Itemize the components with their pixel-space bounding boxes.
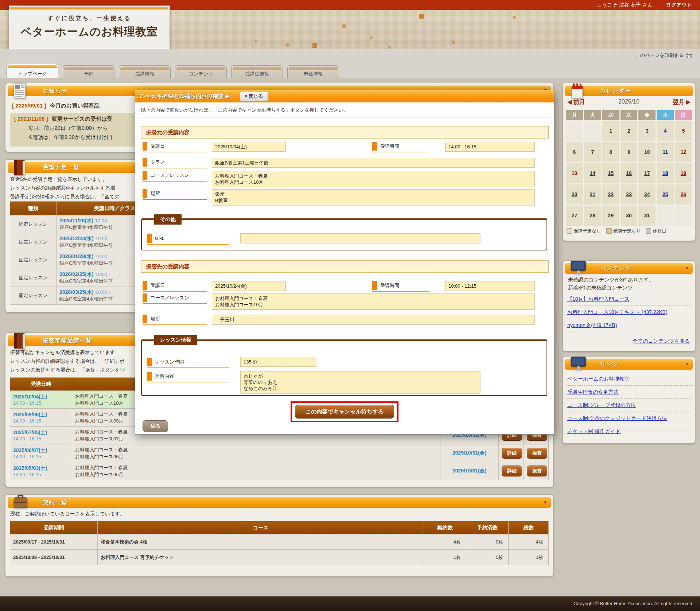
page: ようこそ 渋谷 花子 さん ログアウト すぐに役立ち、一生使える ベターホームの… (0, 0, 700, 611)
print-page-link[interactable]: このページを印刷する (635, 52, 692, 59)
modal-title-bar: ◇◆ キャンセル待ち内容の確認 ◆◇ このページを印刷する × 閉じる (135, 90, 554, 102)
external-link[interactable]: ベターホームのお料理教室 (567, 376, 629, 382)
calendar-day-empty (584, 121, 601, 141)
announcement-link[interactable]: 変更サービスの受付は受 (52, 116, 113, 122)
transfer-cell: 振替 (524, 444, 549, 462)
table-row: 2025/10/08 - 2025/10/31お料理入門コース 再予約チケット1… (10, 550, 549, 565)
calendar-day-20[interactable]: 20 (566, 184, 583, 205)
announcement-link[interactable]: 今月のお買い得商品 (50, 102, 100, 109)
calendar-day-21[interactable]: 21 (584, 184, 601, 205)
calendar-day-25[interactable]: 25 (657, 184, 674, 205)
calendar-day-28[interactable]: 28 (584, 206, 601, 226)
calendar-box: カレンダー ◀ 前月 2025/10 翌月 ▶ 月火水木金土日123456789… (563, 83, 695, 241)
field-label: 受講時間 (380, 281, 399, 290)
field-bullet-icon (147, 234, 152, 243)
contents-header: コンテンツ ▼ (565, 263, 693, 274)
tab-accent-strip (289, 67, 338, 70)
calendar-day-18[interactable]: 18 (657, 163, 674, 183)
calendar-day-14[interactable]: 14 (584, 163, 601, 183)
tab-4[interactable]: 受講生情報 (231, 65, 283, 78)
tab-accent-strip (233, 67, 281, 70)
calendar-day-19[interactable]: 19 (675, 163, 692, 183)
see-all-contents-link[interactable]: 全てのコンテンツを見る (633, 338, 690, 345)
tab-1[interactable]: 予約 (63, 65, 114, 78)
source-section-bar: 振替元の受講内容 (141, 126, 549, 139)
transfer-date: 2025/10/04(土) (13, 394, 69, 400)
detail-button[interactable]: 詳細 (502, 448, 522, 459)
calendar-day-30[interactable]: 30 (621, 206, 638, 226)
next-month-button[interactable]: 翌月 ▶ (673, 98, 691, 106)
tab-accent-strip (8, 65, 57, 68)
announcement-date: [ 2021/11/08 ] (14, 116, 48, 122)
lesson-date: 2026/03/25(水) (59, 289, 93, 295)
tab-3[interactable]: コンテンツ (175, 65, 227, 78)
calendar-day-1: 1 (602, 121, 619, 141)
collapse-toggle-icon[interactable]: ▼ (684, 361, 689, 367)
modal-close-button[interactable]: × 閉じる (240, 91, 268, 101)
collapse-toggle-icon[interactable]: ▼ (542, 499, 548, 505)
table-row: 2025/06/07(土)14:00 - 16:15お料理入門コース・春夏 お料… (10, 444, 549, 462)
calendar-day-empty (566, 121, 583, 141)
detail-button[interactable]: 詳細 (502, 466, 522, 476)
calendar-day-22[interactable]: 22 (602, 184, 619, 205)
field-label: 受講日 (151, 142, 165, 151)
lesson-time: 10:00 - (95, 254, 110, 259)
field-label: 受講日 (151, 281, 165, 290)
legend-swatch-planned (606, 228, 612, 234)
schedule-intro: 直近5件の受講予定一覧を表示しています。 レッスン内容の詳細確認やキャンセルをす… (10, 175, 120, 201)
transfer-button[interactable]: 振替 (527, 466, 547, 476)
newspaper-icon (13, 83, 27, 100)
target-course-value: お料理入門コース・春夏 お料理入門コース10月 (212, 293, 534, 310)
contract-count-cell: 4枚 (424, 534, 466, 550)
content-link[interactable]: お料理入門コース10月テキスト (437.22KB) (567, 309, 668, 315)
decor-square (419, 14, 424, 19)
detail-cell: 詳細 (499, 444, 524, 462)
weekday-header: 土 (657, 110, 674, 120)
logout-link[interactable]: ログアウト (666, 2, 692, 8)
contracts-intro: 現在、ご契約頂いているコースを表示しています。 (10, 511, 125, 517)
content-link[interactable]: nyumon 9 (419.17KB) (567, 322, 617, 328)
confirm-cancel-wait-button[interactable]: この内容でキャンセル待ちする (295, 405, 394, 419)
decor-square (285, 43, 289, 47)
external-link[interactable]: チケット制:操作ガイド (567, 428, 621, 434)
transfer-button[interactable]: 振替 (527, 448, 547, 459)
calendar-day-17[interactable]: 17 (638, 163, 656, 183)
lesson-date: 2026/02/25(水) (59, 271, 93, 277)
contents-subnotice: 新着3件の未確認コンテンツ (568, 285, 633, 291)
external-link[interactable]: 受講生情報の変更方法 (567, 389, 618, 395)
calendar-day-15[interactable]: 15 (602, 163, 619, 183)
calendar-day-24[interactable]: 24 (638, 184, 656, 205)
lesson-fieldset-caption: レッスン情報 (154, 335, 197, 345)
printer-icon (686, 53, 692, 58)
calendar-day-26[interactable]: 26 (675, 184, 692, 205)
tab-2[interactable]: 受講情報 (119, 65, 171, 78)
calendar-day-27[interactable]: 27 (566, 206, 583, 226)
transfer-date: 2025/05/03(土) (13, 465, 69, 472)
content-link[interactable]: 【10月】お料理入門コース (567, 296, 630, 302)
modal-print-link[interactable]: このページを印刷する (135, 93, 192, 100)
field-label: コース／レッスン (151, 293, 189, 302)
external-link[interactable]: コース制:会費のクレジットカード決済方法 (567, 415, 667, 421)
decor-square (255, 40, 257, 42)
transfer-course-cell: お料理入門コース・春夏 お料理入門コース05月 (72, 462, 440, 480)
tab-top-page[interactable]: トップページ (7, 64, 58, 78)
site-header: すぐに役立ち、一生使える ベターホームのお料理教室 (0, 10, 700, 49)
weekday-header: 月 (566, 110, 583, 120)
calendar-day-31[interactable]: 31 (638, 206, 656, 226)
calendar-header: カレンダー (565, 85, 693, 96)
calendar-day-23[interactable]: 23 (621, 184, 638, 205)
reserved-count-cell: 0枚 (466, 534, 509, 550)
calendar-legend: 受講予定なし 受講予定あり 休校日 (567, 228, 666, 234)
logo-text: ベターホームのお料理教室 (9, 24, 170, 39)
back-button[interactable]: 戻る (143, 420, 168, 432)
target-date-value: 2025/10/24(金) (212, 281, 285, 291)
calendar-day-16[interactable]: 16 (621, 163, 638, 183)
site-logo[interactable]: すぐに役立ち、一生使える ベターホームのお料理教室 (9, 5, 170, 49)
tab-5[interactable]: 申込情報 (287, 65, 339, 78)
lesson-time: 10:00 - (95, 236, 110, 241)
column-header: 受講日時 (10, 378, 72, 391)
decor-square (312, 43, 317, 48)
collapse-toggle-icon[interactable]: ▼ (684, 265, 689, 271)
external-link[interactable]: コース制:グループ登録の方法 (567, 402, 636, 408)
calendar-day-29[interactable]: 29 (602, 206, 619, 226)
